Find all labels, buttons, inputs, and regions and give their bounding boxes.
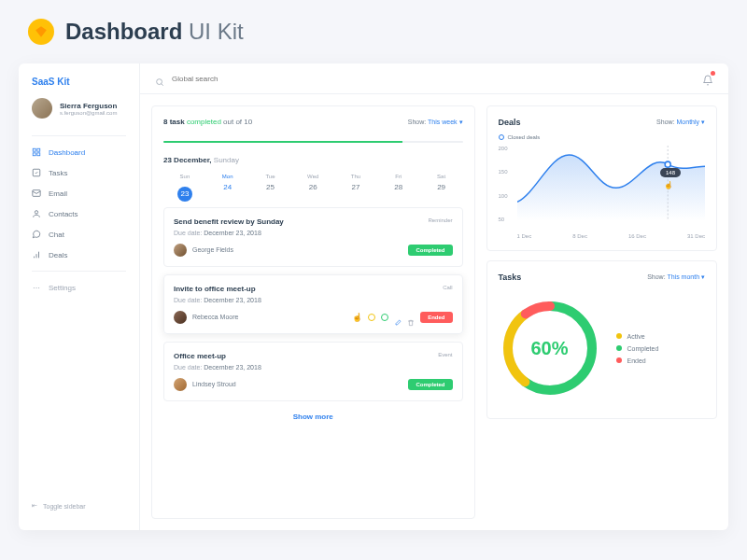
nav-deals[interactable]: Deals	[19, 245, 139, 265]
task-item[interactable]: Send benefit review by SundayReminder Du…	[163, 207, 463, 267]
status-active-button[interactable]	[368, 314, 375, 321]
svg-rect-4	[37, 153, 40, 156]
avatar	[174, 378, 187, 391]
show-more-button[interactable]: Show more	[163, 409, 463, 425]
nav-settings[interactable]: ⋯Settings	[19, 277, 139, 298]
nav-tasks[interactable]: Tasks	[19, 162, 139, 183]
show-period-select[interactable]: Show: Monthly ▾	[656, 119, 705, 126]
user-icon	[32, 209, 41, 218]
nav-dashboard[interactable]: Dashboard	[19, 142, 139, 162]
week-row: Sun23 Mon24 Tue25 Wed26 Thu27 Fri28 Sat2…	[163, 174, 463, 202]
assignee: George Fields	[174, 244, 233, 257]
status-badge: Completed	[408, 379, 452, 390]
card-title: Deals	[499, 118, 521, 127]
assignee: Rebecca Moore	[174, 311, 238, 324]
day-wed[interactable]: Wed26	[291, 174, 334, 202]
day-thu[interactable]: Thu27	[334, 174, 377, 202]
nav-item-label: Dashboard	[49, 148, 85, 157]
donut-percent: 60%	[530, 338, 568, 359]
tasks-calendar-card: 8 task completed out of 10 Show: This we…	[151, 105, 475, 519]
nav-contacts[interactable]: Contacts	[19, 203, 139, 224]
current-date: 23 December, Sunday	[163, 156, 463, 164]
day-sat[interactable]: Sat29	[420, 174, 463, 202]
deals-chart: 20015010050 148 ☝ 1 Dec8 Dec16 Dec3	[499, 146, 706, 239]
tasks-donut-chart: 60%	[499, 297, 601, 399]
svg-point-11	[157, 79, 162, 85]
svg-rect-2	[37, 148, 40, 151]
dots-icon: ⋯	[32, 283, 41, 292]
task-item[interactable]: Invite to office meet-upCall Due date: D…	[163, 274, 463, 334]
search-input[interactable]	[172, 75, 702, 83]
checklist-icon	[32, 168, 41, 177]
day-fri[interactable]: Fri28	[377, 174, 420, 202]
chevron-down-icon: ▾	[701, 273, 705, 280]
nav-item-label: Settings	[49, 284, 76, 292]
avatar	[174, 244, 187, 257]
nav-item-label: Deals	[49, 251, 67, 259]
nav-item-label: Chat	[49, 231, 64, 239]
grid-icon	[32, 147, 41, 157]
status-badge: Completed	[408, 245, 452, 256]
deals-card: Deals Show: Monthly ▾ Closed deals 20015…	[486, 105, 718, 251]
user-email: s.ferguson@gmail.com	[60, 110, 117, 116]
mail-icon	[32, 189, 41, 198]
tasks-donut-card: Tasks Show: This month ▾ 60%	[486, 260, 718, 419]
nav-chat[interactable]: Chat	[19, 224, 139, 245]
bars-icon	[32, 250, 41, 259]
sketch-logo-icon	[28, 19, 54, 45]
main: 8 task completed out of 10 Show: This we…	[140, 63, 728, 530]
chevron-down-icon: ▾	[701, 119, 705, 125]
avatar	[174, 311, 187, 324]
svg-line-12	[162, 84, 163, 86]
notifications-button[interactable]	[702, 73, 713, 84]
topbar	[140, 63, 728, 94]
user-name: Sierra Ferguson	[60, 102, 117, 110]
delete-button[interactable]	[407, 314, 415, 321]
nav-item-label: Contacts	[49, 210, 78, 218]
sidebar: SaaS Kit Sierra Ferguson s.ferguson@gmai…	[19, 63, 140, 530]
progress-bar	[163, 141, 463, 143]
edit-button[interactable]	[394, 314, 402, 321]
collapse-icon: ⇤	[32, 502, 37, 510]
notification-dot	[711, 71, 715, 76]
status-complete-button[interactable]	[381, 314, 388, 321]
cursor-icon: ☝	[664, 181, 673, 189]
show-period-select[interactable]: Show: This week ▾	[408, 119, 463, 126]
cursor-icon: ☝	[352, 313, 362, 322]
card-title: Tasks	[499, 273, 522, 282]
avatar	[32, 98, 52, 119]
nav-item-label: Tasks	[49, 169, 67, 177]
svg-point-7	[35, 211, 37, 214]
chat-icon	[32, 230, 41, 239]
page-title: Dashboard UI Kit	[65, 19, 244, 45]
chart-tooltip: 148	[660, 168, 681, 177]
task-item[interactable]: Office meet-upEvent Due date: December 2…	[163, 342, 463, 401]
search-icon	[155, 74, 164, 83]
chart-legend: Closed deals	[499, 134, 706, 140]
svg-marker-0	[35, 26, 47, 37]
day-mon[interactable]: Mon24	[206, 174, 249, 202]
brand-label: SaaS Kit	[19, 77, 139, 98]
task-summary: 8 task completed out of 10	[163, 118, 252, 126]
status-badge: Ended	[420, 312, 452, 323]
svg-point-14	[665, 161, 670, 167]
user-profile[interactable]: Sierra Ferguson s.ferguson@gmail.com	[19, 98, 139, 130]
donut-legend: Active Completed Ended	[616, 333, 659, 364]
svg-rect-3	[33, 153, 35, 156]
toggle-sidebar[interactable]: ⇤ Toggle sidebar	[19, 495, 139, 517]
nav: Dashboard Tasks Email Contacts Chat Deal…	[19, 142, 139, 298]
show-period-select[interactable]: Show: This month ▾	[647, 273, 705, 281]
assignee: Lindsey Stroud	[174, 378, 236, 391]
nav-email[interactable]: Email	[19, 183, 139, 203]
chevron-down-icon: ▾	[459, 119, 463, 125]
nav-item-label: Email	[49, 189, 67, 198]
svg-rect-1	[33, 148, 35, 151]
day-sun[interactable]: Sun23	[163, 174, 206, 202]
day-tue[interactable]: Tue25	[249, 174, 292, 202]
app-window: SaaS Kit Sierra Ferguson s.ferguson@gmai…	[19, 63, 728, 530]
